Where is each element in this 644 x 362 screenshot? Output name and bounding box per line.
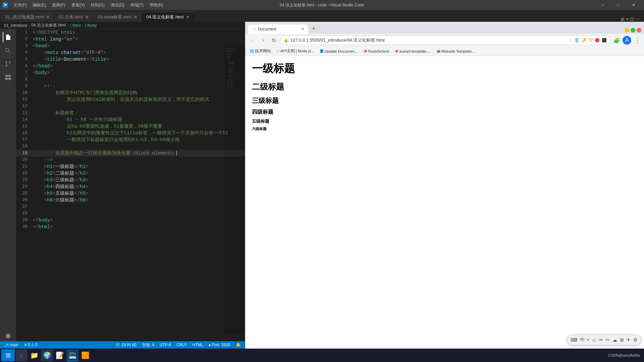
overflow-icon[interactable]: ⋯ [635,16,640,22]
breadcrumb-html[interactable]: ⬡html [70,23,81,28]
browser-menu-icon[interactable]: ⋮ [633,36,641,45]
minimize-button[interactable]: ─ [595,0,610,10]
extensions-icon-browser[interactable]: 🧩 [612,36,621,45]
tab-02-close[interactable]: ✕ [85,14,89,20]
bookmark-nodeschool-favicon: 🐙 [363,49,367,53]
bookmark-nodeschool[interactable]: 🐙 NodeSchool [361,49,391,54]
float-icon-1[interactable]: ⌨ [570,337,578,343]
tab-01-label: 01_跳过拖拽题.html [5,14,44,20]
editor-body: <!DOCTYPE html> <html lang="en"> <head> … [0,29,245,341]
git-icon: ⎇ [4,343,9,347]
indent-spaces[interactable]: 空格: 4 [141,342,156,348]
svg-point-4 [6,65,7,67]
layout-icon[interactable]: ⊡ [630,16,634,22]
tab-03-close[interactable]: ✕ [133,14,138,20]
bookmark-tech[interactable]: 🌐 技术网站 [248,48,273,54]
menu-debug[interactable]: 调试(D) [108,2,127,9]
taskbar-notepad[interactable]: 📝 [54,349,66,361]
browser-tab-document[interactable]: 📄 Document ✕ [248,24,308,34]
float-icon-5[interactable]: ✏ [598,337,604,343]
address-bar[interactable]: 🔒 127.0.0.1:5500/01_introduce/04.语义化标签.h… [280,36,610,45]
git-branch[interactable]: ⎇ main [3,343,20,347]
settings-icon[interactable] [3,330,13,341]
bell-icon[interactable]: 🔔 [234,343,242,347]
float-icon-8[interactable]: ⊞ [619,337,625,343]
taskbar-orange[interactable]: 🟧 [79,349,91,361]
taskbar: ⊞ e 📁 🌍 📝 💻 🟧 CSDN@sensAinDs [0,349,644,362]
bookmark-update[interactable]: 📘 Update Documen... [318,49,360,54]
tab-04[interactable]: 04.语义化标签.html ✕ [142,12,194,22]
cursor-position[interactable]: 行 19 列 60 [115,342,138,348]
error-count[interactable]: ✕ 0 ⚠ 0 [22,343,39,347]
explorer-icon[interactable] [3,32,13,43]
tab-01[interactable]: 01_跳过拖拽题.html ✕ [1,12,54,22]
bookmark-art[interactable]: 🐙 aui/art-template-... [392,49,433,54]
float-icon-3[interactable]: • [587,337,590,343]
more-icon[interactable]: ≡ [626,16,629,22]
profile-icon[interactable]: A [623,36,631,45]
tab-02[interactable]: 02.文体.html ✕ [55,12,93,22]
star-icon[interactable]: ☆ [568,38,573,43]
tab-03[interactable]: 03.meta标签.html ✕ [94,12,142,22]
menu-edit[interactable]: 编辑(E) [30,2,49,9]
taskbar-vscode[interactable]: 💻 [66,349,78,361]
breadcrumb-introduce[interactable]: 01_introduce [4,23,27,28]
line-ending[interactable]: CRLF [175,343,188,347]
browser-tab-close[interactable]: ✕ [301,27,304,32]
float-icon-6[interactable]: ✂ [605,337,610,343]
main-area: 01_introduce › 04.语义化标签.html › ⬡html › ⬡… [0,22,644,349]
close-button[interactable]: ✕ [626,0,641,10]
svg-line-1 [9,51,10,53]
url-display: 127.0.0.1:5500/01_introduce/04.语义化标签.htm… [290,37,566,43]
bookmark-website[interactable]: 📦 Website Template... [434,49,477,54]
menu-select[interactable]: 选择(F) [49,2,68,9]
taskbar-folder[interactable]: 📁 [28,349,40,361]
taskbar-chrome[interactable]: 🌍 [41,349,53,361]
float-icon-4[interactable]: ☺ [591,337,597,343]
forward-button[interactable]: › [259,36,267,45]
bookmark-nodejs-favicon: ⬡ [276,49,279,53]
code-line-8: 8 [16,76,245,83]
search-icon[interactable] [3,45,13,56]
float-icon-10[interactable]: ⚙ [633,337,638,343]
float-icon-9[interactable]: ✈ [626,337,631,343]
browser-minimize[interactable] [625,28,629,33]
ublock-icon[interactable]: 🔴 [595,38,600,43]
status-bar-left: ⎇ main ✕ 0 ⚠ 0 [3,343,39,347]
breadcrumb-body[interactable]: ⬡body [85,23,97,28]
browser-close[interactable] [637,28,641,33]
extensions-icon[interactable] [3,72,13,83]
source-control-icon[interactable] [3,59,13,69]
menu-terminal[interactable]: 终端(T) [128,2,146,9]
language-mode[interactable]: HTML [191,343,205,347]
code-editor[interactable]: 1 <!DOCTYPE html> 2 <html lang="en"> 3 <… [16,29,245,341]
extensions-browser-icon[interactable]: E [575,37,580,43]
tab-04-close[interactable]: ✕ [186,14,190,20]
float-icon-7[interactable]: ☁ [612,337,618,343]
taskbar-ie[interactable]: e [15,349,28,361]
start-button[interactable]: ⊞ [1,349,15,361]
menu-goto[interactable]: 转到(G) [88,2,107,9]
bookmark-website-favicon: 📦 [436,49,440,53]
split-editor-icon[interactable]: ⊞ [621,16,625,22]
menu-view[interactable]: 查看(V) [69,2,88,9]
breadcrumb-file[interactable]: 04.语义化标签.html [31,22,66,28]
password-icon[interactable]: 🔑 [582,38,587,43]
col: 列 60 [127,342,137,348]
refresh-button[interactable]: ↻ [269,36,278,45]
browser-maximize[interactable] [631,28,635,33]
float-icon-2[interactable]: 中 [579,336,585,344]
menu-file[interactable]: 文件(F) [11,2,29,9]
bookmark-website-label: Website Template... [441,49,475,53]
back-button[interactable]: ‹ [248,36,257,45]
tab-01-close[interactable]: ✕ [46,14,50,20]
encoding[interactable]: UTF-8 [158,343,172,347]
bookmark-nodejs[interactable]: ⬡ API文档 | Node.js... [274,48,316,54]
heading-5: 五级标题 [252,118,637,124]
adblocker-icon[interactable]: 🛡 [589,38,593,43]
maximize-button[interactable]: □ [610,0,626,10]
menu-help[interactable]: 帮助(H) [147,2,166,9]
bookmark-icon[interactable]: ⬛ [602,38,607,43]
new-tab-button[interactable]: + [309,24,318,33]
live-server-port[interactable]: ● Port: 5500 [207,343,232,347]
